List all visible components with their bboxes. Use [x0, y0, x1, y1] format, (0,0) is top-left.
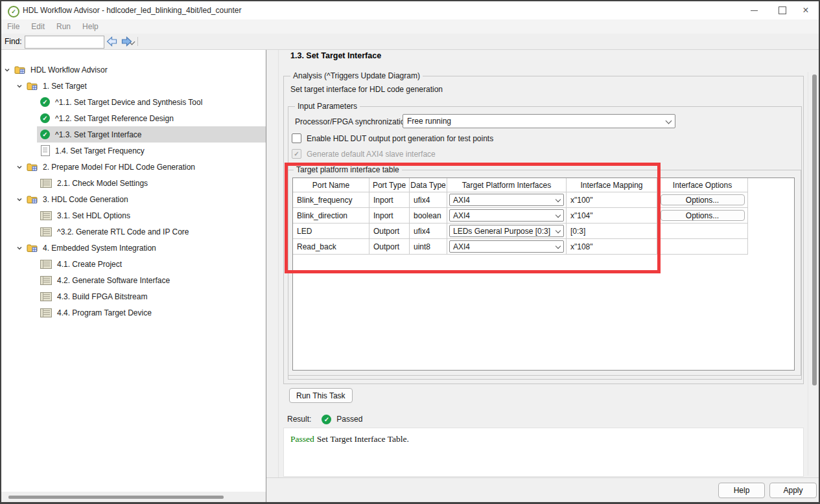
chevron-down-icon[interactable]	[16, 163, 23, 171]
interface-options-empty-cell	[657, 239, 748, 255]
port-name-cell: Blink_frequency	[293, 196, 369, 205]
tree-item-label: 4.4. Program Target Device	[57, 308, 152, 317]
apply-button[interactable]: Apply	[769, 483, 817, 498]
tree-item-hdl-workflow-advisor[interactable]: HDL Workflow Advisor	[1, 62, 266, 78]
interface-options-button[interactable]: Options...	[661, 194, 745, 205]
result-row: Result: ✓ Passed	[287, 413, 362, 425]
chevron-down-icon[interactable]	[16, 82, 23, 90]
tree-item-label: 2. Prepare Model For HDL Code Generation	[43, 163, 195, 172]
interface-dropdown[interactable]: AXI4	[449, 194, 564, 206]
menu-bar: File Edit Run Help	[1, 19, 819, 34]
interface-options-button[interactable]: Options...	[661, 210, 745, 221]
data-type-cell: boolean	[410, 211, 447, 220]
task-detail-panel: 1.3. Set Target Interface Analysis (^Tri…	[266, 50, 819, 502]
interface-table: Port Name Port Type Data Type Target Pla…	[292, 178, 748, 255]
folder-icon	[27, 195, 38, 204]
tree-horizontal-scrollbar[interactable]	[1, 492, 266, 502]
find-label: Find:	[5, 34, 22, 49]
vertical-scrollbar-thumb[interactable]	[812, 74, 817, 385]
tree-item-1-set-target[interactable]: 1. Set Target	[1, 78, 266, 94]
interface-mapping-cell: x"100"	[567, 196, 657, 205]
chevron-down-icon	[556, 227, 561, 233]
testpoints-checkbox[interactable]	[292, 133, 301, 143]
panel-divider	[266, 50, 266, 502]
minimize-button[interactable]	[741, 1, 767, 19]
tree-item-4-1-create-project[interactable]: 4.1. Create Project	[1, 256, 266, 272]
chevron-down-icon[interactable]	[16, 196, 23, 203]
tree-scrollbar-thumb[interactable]	[8, 496, 224, 499]
vertical-scrollbar[interactable]	[808, 72, 819, 475]
tree-item-label: 1.4. Set Target Frequency	[55, 146, 145, 155]
interface-dropdown-value: AXI4	[453, 242, 470, 251]
passed-check-icon: ✓	[40, 97, 50, 107]
tree-item-label: 4.2. Generate Software Interface	[57, 276, 170, 285]
result-passed-check-icon: ✓	[322, 415, 331, 424]
folder-icon	[27, 82, 38, 91]
interface-mapping-cell: x"104"	[567, 211, 657, 220]
tree-item-label: ^3.2. Generate RTL Code and IP Core	[57, 227, 189, 236]
tree-item-label: ^1.2. Set Target Reference Design	[55, 114, 174, 123]
chevron-down-icon	[556, 196, 561, 201]
result-message-text: Set Target Interface Table.	[317, 434, 409, 444]
tree-item-4-embedded-system-integration[interactable]: 4. Embedded System Integration	[1, 240, 266, 256]
analysis-legend: Analysis (^Triggers Update Diagram)	[290, 71, 423, 81]
tree-item-2-prepare-model[interactable]: 2. Prepare Model For HDL Code Generation	[1, 159, 266, 175]
menu-edit[interactable]: Edit	[25, 19, 51, 34]
toolbar-separator	[137, 37, 138, 46]
menu-file[interactable]: File	[1, 19, 25, 34]
result-message-status: Passed	[290, 434, 314, 444]
run-this-task-button[interactable]: Run This Task	[289, 388, 353, 403]
tree-item-1-2-set-target-reference-design[interactable]: ✓ ^1.2. Set Target Reference Design	[1, 110, 266, 126]
tree-item-3-1-set-hdl-options[interactable]: 3.1. Set HDL Options	[1, 207, 266, 223]
maximize-button[interactable]	[769, 1, 795, 19]
port-type-cell: Outport	[369, 242, 409, 251]
workflow-tree-panel: HDL Workflow Advisor 1. Set Target ✓ ^1.…	[1, 50, 266, 492]
task-list-icon	[40, 179, 52, 188]
interface-dropdown[interactable]: LEDs General Purpose [0:3]	[449, 225, 564, 237]
tree-item-label: 4.1. Create Project	[57, 260, 122, 269]
tree-item-3-2-generate-rtl-code[interactable]: ^3.2. Generate RTL Code and IP Core	[1, 223, 266, 240]
maximize-icon	[779, 6, 786, 14]
tree-item-label: HDL Workflow Advisor	[30, 65, 108, 74]
tree-item-2-1-check-model-settings[interactable]: 2.1. Check Model Settings	[1, 175, 266, 191]
tree-item-4-2-generate-software-interface[interactable]: 4.2. Generate Software Interface	[1, 272, 266, 288]
close-button[interactable]: ×	[793, 1, 819, 19]
axi4slave-checkbox: ✓	[292, 149, 301, 159]
tree-item-label: 4.3. Build FPGA Bitstream	[57, 292, 147, 301]
sync-dropdown[interactable]: Free running	[403, 114, 675, 128]
passed-check-icon: ✓	[40, 113, 50, 123]
task-list-icon	[40, 211, 52, 220]
tree-item-label: ^1.1. Set Target Device and Synthesis To…	[55, 98, 202, 107]
tree-item-label: 1. Set Target	[43, 82, 87, 91]
tree-item-1-1-set-target-device[interactable]: ✓ ^1.1. Set Target Device and Synthesis …	[1, 94, 266, 110]
interface-dropdown[interactable]: AXI4	[449, 240, 564, 253]
table-row: Blink_direction Inport boolean AXI4 x"10…	[293, 208, 748, 223]
find-next-button[interactable]	[120, 36, 133, 47]
help-button[interactable]: Help	[718, 483, 765, 498]
tree-item-1-4-set-target-frequency[interactable]: 1.4. Set Target Frequency	[1, 143, 266, 159]
minimize-icon	[751, 10, 758, 11]
task-list-icon	[40, 292, 52, 301]
tree-item-4-4-program-target-device[interactable]: 4.4. Program Target Device	[1, 304, 266, 321]
chevron-down-icon	[666, 117, 672, 124]
interface-dropdown[interactable]: AXI4	[449, 209, 564, 222]
col-data-type: Data Type	[410, 178, 447, 192]
interface-mapping-cell: [0:3]	[567, 227, 657, 236]
passed-check-icon: ✓	[40, 130, 50, 139]
find-previous-button[interactable]	[105, 36, 118, 47]
interface-table-groupbox: Target platform interface table Port Nam…	[288, 170, 801, 376]
menu-run[interactable]: Run	[51, 19, 76, 34]
tree-item-3-hdl-code-generation[interactable]: 3. HDL Code Generation	[1, 191, 266, 207]
footer-separator	[266, 477, 819, 478]
data-type-cell: uint8	[410, 242, 447, 251]
tree-item-1-3-set-target-interface[interactable]: ✓ ^1.3. Set Target Interface	[1, 126, 266, 143]
chevron-down-icon[interactable]	[16, 244, 23, 252]
port-type-cell: Inport	[369, 196, 409, 205]
find-combobox[interactable]	[25, 36, 104, 49]
chevron-down-icon[interactable]	[3, 66, 11, 74]
folder-icon	[14, 65, 25, 74]
table-row: Read_back Outport uint8 AXI4 x"108"	[293, 239, 748, 255]
port-name-cell: Blink_direction	[293, 211, 369, 220]
menu-help[interactable]: Help	[76, 19, 104, 34]
tree-item-4-3-build-fpga-bitstream[interactable]: 4.3. Build FPGA Bitstream	[1, 288, 266, 304]
